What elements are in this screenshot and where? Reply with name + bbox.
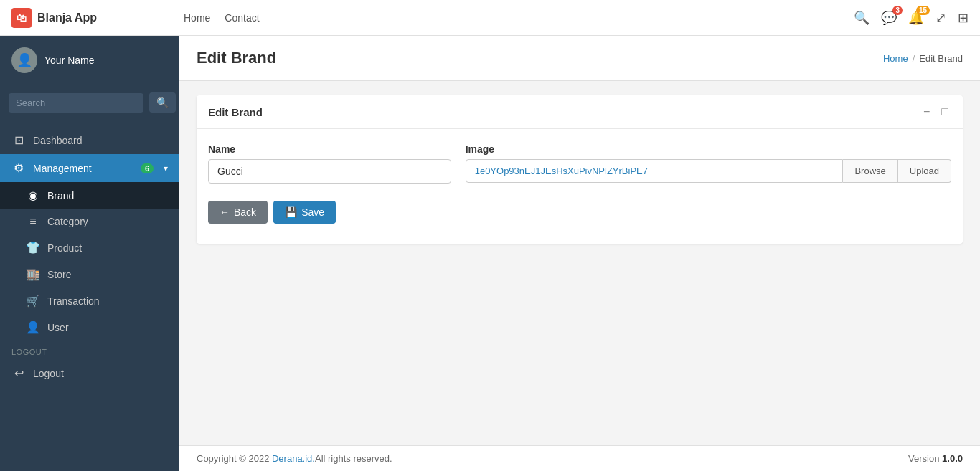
image-form-group: Image Browse Upload	[466, 143, 951, 184]
chevron-down-icon: ▾	[164, 163, 168, 173]
search-button[interactable]: 🔍	[149, 92, 176, 113]
breadcrumb-separator: /	[913, 53, 915, 64]
image-label: Image	[466, 143, 951, 155]
store-icon: 🏬	[26, 267, 40, 281]
content-area: Edit Brand − □ Name Image	[179, 81, 980, 445]
name-label: Name	[208, 143, 451, 155]
sidebar-item-transaction[interactable]: 🛒 Transaction	[0, 287, 179, 314]
sidebar-item-category[interactable]: ≡ Category	[0, 209, 179, 234]
sidebar-item-dashboard[interactable]: ⊡ Dashboard	[0, 126, 179, 154]
footer-version: Version 1.0.0	[908, 453, 963, 464]
card-header: Edit Brand − □	[197, 95, 963, 129]
app-brand: 🛍 Blanja App	[11, 8, 169, 28]
bell-badge: 15	[916, 6, 930, 15]
app-name: Blanja App	[37, 11, 97, 24]
chat-button[interactable]: 💬 3	[881, 10, 897, 26]
nav-home[interactable]: Home	[184, 12, 210, 24]
card-title: Edit Brand	[208, 106, 263, 118]
product-icon: 👕	[26, 241, 40, 254]
breadcrumb-home[interactable]: Home	[883, 53, 908, 64]
sidebar-item-label: Dashboard	[33, 135, 83, 146]
logout-section-label: LOGOUT	[0, 341, 179, 359]
sidebar-item-brand[interactable]: ◉ Brand	[0, 182, 179, 209]
page-title: Edit Brand	[197, 49, 276, 67]
footer-rights: All rights reserved.	[315, 453, 392, 464]
back-arrow-icon: ←	[220, 206, 230, 218]
sidebar-item-label: Transaction	[47, 295, 100, 307]
management-badge: 6	[141, 163, 154, 173]
user-name: Your Name	[44, 54, 95, 66]
sidebar: 👤 Your Name 🔍 ⊡ Dashboard ⚙ Management 6…	[0, 36, 179, 471]
sidebar-item-label: Store	[47, 269, 71, 280]
footer-version-label: Version	[908, 453, 939, 464]
sidebar-item-label: Category	[47, 216, 88, 227]
sidebar-nav: ⊡ Dashboard ⚙ Management 6 ▾ ◉ Brand ≡ C…	[0, 120, 179, 471]
bell-button[interactable]: 🔔 15	[908, 10, 924, 26]
sidebar-item-label: Product	[47, 242, 82, 254]
sidebar-item-user[interactable]: 👤 User	[0, 314, 179, 341]
sidebar-item-label: User	[47, 322, 69, 333]
back-label: Back	[234, 206, 256, 218]
sidebar-item-label: Management	[33, 163, 92, 174]
edit-brand-card: Edit Brand − □ Name Image	[197, 95, 963, 244]
brand-icon: 🛍	[11, 8, 32, 28]
footer-version-number: 1.0.0	[942, 453, 963, 464]
chat-badge: 3	[892, 6, 903, 15]
sidebar-search-area: 🔍	[0, 85, 179, 120]
back-button[interactable]: ← Back	[208, 201, 268, 224]
footer-brand: Derana.id.	[272, 453, 315, 464]
user-icon: 👤	[26, 320, 40, 334]
upload-button[interactable]: Upload	[898, 159, 951, 183]
sidebar-item-label: Logout	[33, 368, 64, 379]
main-content: Edit Brand Home / Edit Brand Edit Brand …	[179, 36, 980, 471]
management-icon: ⚙	[11, 161, 26, 175]
sidebar-item-product[interactable]: 👕 Product	[0, 234, 179, 261]
dashboard-icon: ⊡	[11, 133, 26, 147]
breadcrumb-current: Edit Brand	[919, 53, 963, 64]
breadcrumb: Home / Edit Brand	[883, 53, 963, 64]
sidebar-user: 👤 Your Name	[0, 36, 179, 85]
sidebar-item-store[interactable]: 🏬 Store	[0, 261, 179, 287]
sidebar-item-label: Brand	[47, 190, 74, 201]
image-input[interactable]	[466, 159, 844, 183]
page-header: Edit Brand Home / Edit Brand	[179, 36, 980, 81]
search-button[interactable]: 🔍	[854, 10, 870, 26]
name-form-group: Name	[208, 143, 451, 184]
save-label: Save	[301, 206, 324, 218]
avatar: 👤	[11, 47, 37, 73]
card-actions: − □	[920, 104, 951, 120]
save-button[interactable]: 💾 Save	[273, 201, 336, 224]
app-body: 👤 Your Name 🔍 ⊡ Dashboard ⚙ Management 6…	[0, 36, 980, 471]
expand-button[interactable]: ⤢	[936, 10, 946, 26]
card-body: Name Image Browse Upload	[197, 129, 963, 244]
footer-copyright-text: Copyright © 2022	[197, 453, 272, 464]
nav-menu: Home Contact	[184, 12, 839, 24]
top-navbar: 🛍 Blanja App Home Contact 🔍 💬 3 🔔 15 ⤢ ⊞	[0, 0, 980, 36]
logout-icon: ↩	[11, 366, 26, 380]
footer-copyright: Copyright © 2022 Derana.id.All rights re…	[197, 453, 392, 464]
grid-button[interactable]: ⊞	[958, 10, 969, 26]
minimize-button[interactable]: −	[920, 104, 933, 120]
brand-nav-icon: ◉	[26, 189, 40, 202]
name-input[interactable]	[208, 159, 451, 184]
maximize-button[interactable]: □	[938, 104, 951, 120]
nav-contact[interactable]: Contact	[225, 12, 259, 24]
save-icon: 💾	[285, 206, 297, 218]
sidebar-item-logout[interactable]: ↩ Logout	[0, 359, 179, 387]
search-input[interactable]	[9, 93, 143, 113]
transaction-icon: 🛒	[26, 294, 40, 308]
navbar-actions: 🔍 💬 3 🔔 15 ⤢ ⊞	[854, 10, 969, 26]
sidebar-item-management[interactable]: ⚙ Management 6 ▾	[0, 154, 179, 182]
browse-button[interactable]: Browse	[843, 159, 897, 183]
footer: Copyright © 2022 Derana.id.All rights re…	[179, 445, 980, 471]
form-row: Name Image Browse Upload	[208, 143, 951, 184]
image-input-group: Browse Upload	[466, 159, 951, 183]
form-actions: ← Back 💾 Save	[208, 198, 951, 229]
category-icon: ≡	[26, 215, 40, 228]
